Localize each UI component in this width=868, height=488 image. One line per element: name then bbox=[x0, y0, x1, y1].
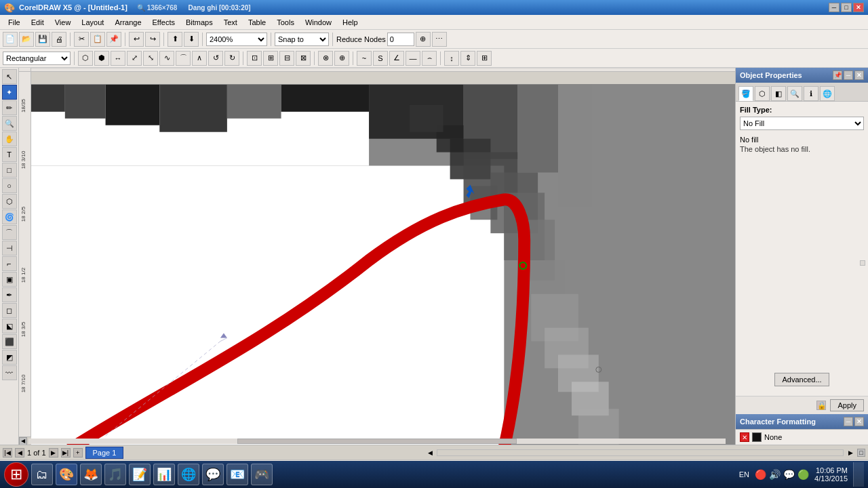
node-open-btn[interactable]: ⊕ bbox=[334, 51, 349, 66]
menu-table[interactable]: Table bbox=[243, 15, 271, 29]
menu-bitmaps[interactable]: Bitmaps bbox=[180, 15, 218, 29]
taskbar-app8[interactable]: 📧 bbox=[226, 464, 248, 485]
node-btn-5[interactable]: ⤡ bbox=[143, 51, 158, 66]
zoom-tool[interactable]: 🔍 bbox=[2, 116, 17, 131]
text-tool[interactable]: T bbox=[2, 147, 17, 162]
menu-effects[interactable]: Effects bbox=[147, 15, 180, 29]
fill-tab[interactable]: 🪣 bbox=[738, 86, 753, 101]
snap-dropdown[interactable]: Snap to bbox=[275, 33, 329, 46]
node-btn-7[interactable]: ⌒ bbox=[176, 51, 191, 66]
copy-button[interactable]: 📋 bbox=[90, 32, 105, 47]
transparency-tab[interactable]: ◧ bbox=[771, 86, 786, 101]
node-btn-8[interactable]: ∧ bbox=[192, 51, 207, 66]
char-panel-min-btn[interactable]: ─ bbox=[844, 417, 853, 426]
minimize-button[interactable]: ─ bbox=[829, 3, 840, 12]
taskbar-app9[interactable]: 🎮 bbox=[251, 464, 273, 485]
polygon-tool[interactable]: ⬡ bbox=[2, 194, 17, 209]
page-last-btn[interactable]: ▶| bbox=[61, 448, 71, 458]
h-scrollbar-thumb[interactable] bbox=[237, 439, 516, 444]
node-btn-13[interactable]: ⊟ bbox=[279, 51, 294, 66]
taskbar-icon-3[interactable]: 💬 bbox=[783, 469, 795, 480]
resize-handle[interactable] bbox=[860, 260, 865, 266]
taskbar-icon-1[interactable]: 🔴 bbox=[755, 469, 766, 480]
internet-tab[interactable]: 🌐 bbox=[820, 86, 835, 101]
node-btn-11[interactable]: ⊡ bbox=[247, 51, 262, 66]
new-button[interactable]: 📄 bbox=[3, 32, 18, 47]
taskbar-clock[interactable]: 10:06 PM 4/13/2015 bbox=[814, 466, 848, 483]
scroll-left-tab[interactable]: ◀ bbox=[426, 449, 434, 457]
taskbar-icon-4[interactable]: 🟢 bbox=[797, 469, 809, 480]
page-add-btn[interactable]: + bbox=[73, 448, 83, 458]
menu-view[interactable]: View bbox=[50, 15, 77, 29]
pan-tool[interactable]: ✋ bbox=[2, 131, 17, 146]
bezier-tool[interactable]: ⌒ bbox=[2, 225, 17, 240]
undo-button[interactable]: ↩ bbox=[129, 32, 144, 47]
taskbar-icon-2[interactable]: 🔊 bbox=[769, 469, 781, 480]
h-scrollbar[interactable]: ◀ ▶ bbox=[19, 436, 735, 445]
node-line-btn[interactable]: — bbox=[406, 51, 420, 66]
taskbar-app7[interactable]: 💬 bbox=[202, 464, 224, 485]
reduce-nodes-apply[interactable]: ⊕ bbox=[416, 32, 431, 47]
maximize-button[interactable]: □ bbox=[841, 3, 852, 12]
lock-icon[interactable]: 🔒 bbox=[816, 401, 826, 410]
scroll-right-tab[interactable]: ▶ bbox=[846, 449, 854, 457]
dimension-tool[interactable]: ⊣ bbox=[2, 241, 17, 256]
page-first-btn[interactable]: |◀ bbox=[3, 448, 12, 458]
taskbar-firefox[interactable]: 🦊 bbox=[80, 464, 102, 485]
fill-type-dropdown[interactable]: No Fill Uniform Fill Fountain Fill Patte… bbox=[740, 117, 864, 130]
node-btn-14[interactable]: ⊠ bbox=[296, 51, 311, 66]
scroll-corner[interactable]: □ bbox=[857, 449, 865, 457]
zoom-dropdown[interactable]: 2400% 1200% 800% 400% 200% 100% bbox=[206, 33, 267, 46]
shadow-tool[interactable]: ◩ bbox=[2, 350, 17, 365]
taskbar-notepad[interactable]: 📝 bbox=[129, 464, 151, 485]
char-panel-close-btn[interactable]: ✕ bbox=[854, 417, 864, 426]
rect-tool[interactable]: □ bbox=[2, 163, 17, 178]
node-btn-2[interactable]: ⬢ bbox=[94, 51, 109, 66]
node-stretch-btn[interactable]: ↕ bbox=[444, 51, 459, 66]
node-btn-10[interactable]: ↻ bbox=[224, 51, 239, 66]
redo-button[interactable]: ↪ bbox=[145, 32, 160, 47]
menu-tools[interactable]: Tools bbox=[271, 15, 300, 29]
taskbar-explorer[interactable]: 🗂 bbox=[31, 464, 53, 485]
summary-tab[interactable]: ℹ bbox=[804, 86, 818, 101]
page-prev-btn[interactable]: ◀ bbox=[15, 448, 24, 458]
panel-min-btn[interactable]: ─ bbox=[844, 70, 853, 80]
outline-tab[interactable]: ⬡ bbox=[755, 86, 770, 101]
menu-edit[interactable]: Edit bbox=[26, 15, 50, 29]
ellipse-tool[interactable]: ○ bbox=[2, 178, 17, 193]
menu-arrange[interactable]: Arrange bbox=[109, 15, 146, 29]
show-desktop-btn[interactable] bbox=[853, 462, 864, 487]
shape-mode-dropdown[interactable]: Rectangular bbox=[3, 52, 71, 65]
drawing-canvas[interactable] bbox=[31, 84, 735, 445]
node-elastic-btn[interactable]: ⇕ bbox=[460, 51, 475, 66]
start-button[interactable]: ⊞ bbox=[4, 462, 28, 487]
menu-help[interactable]: Help bbox=[337, 15, 363, 29]
scroll-left-btn[interactable]: ◀ bbox=[19, 437, 27, 445]
page-next-btn[interactable]: ▶ bbox=[49, 448, 58, 458]
advanced-button[interactable]: Advanced... bbox=[774, 373, 829, 386]
close-button[interactable]: ✕ bbox=[853, 3, 864, 12]
menu-text[interactable]: Text bbox=[218, 15, 243, 29]
export-button[interactable]: ⬇ bbox=[184, 32, 199, 47]
reduce-nodes-input[interactable] bbox=[387, 33, 414, 46]
node-grid-btn[interactable]: ⊞ bbox=[477, 51, 492, 66]
h-scroll-track[interactable] bbox=[437, 449, 844, 456]
taskbar-app5[interactable]: 📊 bbox=[153, 464, 175, 485]
menu-file[interactable]: File bbox=[3, 15, 26, 29]
spiral-tool[interactable]: 🌀 bbox=[2, 209, 17, 224]
panel-close-btn[interactable]: ✕ bbox=[854, 70, 864, 80]
paste-button[interactable]: 📌 bbox=[106, 32, 121, 47]
import-button[interactable]: ⬆ bbox=[167, 32, 182, 47]
node-close-btn[interactable]: ⊗ bbox=[318, 51, 333, 66]
apply-button[interactable]: Apply bbox=[830, 399, 864, 411]
node-tool[interactable]: ✦ bbox=[2, 85, 17, 100]
node-sym-btn[interactable]: S bbox=[373, 51, 388, 66]
taskbar-coreldraw[interactable]: 🎨 bbox=[56, 464, 77, 485]
cut-button[interactable]: ✂ bbox=[74, 32, 89, 47]
no-char-format-icon[interactable]: ✕ bbox=[740, 432, 749, 442]
dropper-tool[interactable]: ✒ bbox=[2, 287, 17, 302]
node-btn-1[interactable]: ⬡ bbox=[78, 51, 93, 66]
h-scrollbar-track[interactable] bbox=[28, 439, 726, 444]
taskbar-app6[interactable]: 🌐 bbox=[178, 464, 199, 485]
taskbar-media[interactable]: 🎵 bbox=[104, 464, 126, 485]
